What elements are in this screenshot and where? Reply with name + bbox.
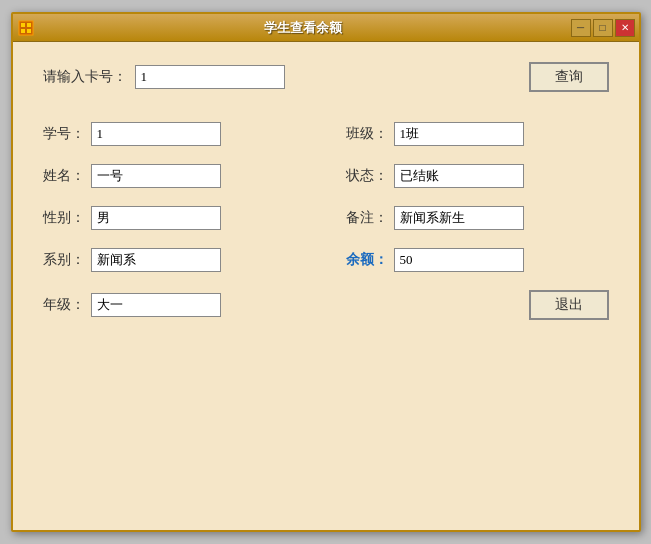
exit-button[interactable]: 退出: [529, 290, 609, 320]
svg-rect-1: [21, 23, 25, 27]
card-input[interactable]: [135, 65, 285, 89]
top-row: 请输入卡号： 查询: [43, 62, 609, 92]
status-input[interactable]: [394, 164, 524, 188]
dept-label: 系别：: [43, 251, 83, 269]
grade-label: 年级：: [43, 296, 83, 314]
student-id-input[interactable]: [91, 122, 221, 146]
status-label: 状态：: [346, 167, 386, 185]
name-row: 姓名：: [43, 164, 306, 188]
name-input[interactable]: [91, 164, 221, 188]
remark-row: 备注：: [346, 206, 609, 230]
balance-input[interactable]: [394, 248, 524, 272]
balance-row: 余额：: [346, 248, 609, 272]
exit-row: 退出: [346, 290, 609, 320]
maximize-button[interactable]: □: [593, 19, 613, 37]
grade-input[interactable]: [91, 293, 221, 317]
class-input[interactable]: [394, 122, 524, 146]
svg-rect-4: [27, 29, 31, 33]
content-area: 请输入卡号： 查询 学号： 班级： 姓名： 状态：: [13, 42, 639, 530]
query-button[interactable]: 查询: [529, 62, 609, 92]
fields-grid: 学号： 班级： 姓名： 状态： 性别： 备注：: [43, 122, 609, 320]
student-id-label: 学号：: [43, 125, 83, 143]
svg-rect-3: [21, 29, 25, 33]
dept-input[interactable]: [91, 248, 221, 272]
gender-label: 性别：: [43, 209, 83, 227]
app-icon: [17, 19, 35, 37]
main-window: 学生查看余额 ─ □ ✕ 请输入卡号： 查询 学号： 班级：: [11, 12, 641, 532]
card-label: 请输入卡号：: [43, 68, 127, 86]
student-id-row: 学号：: [43, 122, 306, 146]
gender-row: 性别：: [43, 206, 306, 230]
class-row: 班级：: [346, 122, 609, 146]
dept-row: 系别：: [43, 248, 306, 272]
svg-rect-2: [27, 23, 31, 27]
status-row: 状态：: [346, 164, 609, 188]
close-button[interactable]: ✕: [615, 19, 635, 37]
name-label: 姓名：: [43, 167, 83, 185]
balance-label: 余额：: [346, 251, 386, 269]
remark-input[interactable]: [394, 206, 524, 230]
window-title: 学生查看余额: [35, 19, 571, 37]
title-bar: 学生查看余额 ─ □ ✕: [13, 14, 639, 42]
class-label: 班级：: [346, 125, 386, 143]
card-input-group: 请输入卡号：: [43, 65, 285, 89]
gender-input[interactable]: [91, 206, 221, 230]
remark-label: 备注：: [346, 209, 386, 227]
minimize-button[interactable]: ─: [571, 19, 591, 37]
grade-row: 年级：: [43, 290, 306, 320]
window-controls: ─ □ ✕: [571, 19, 635, 37]
